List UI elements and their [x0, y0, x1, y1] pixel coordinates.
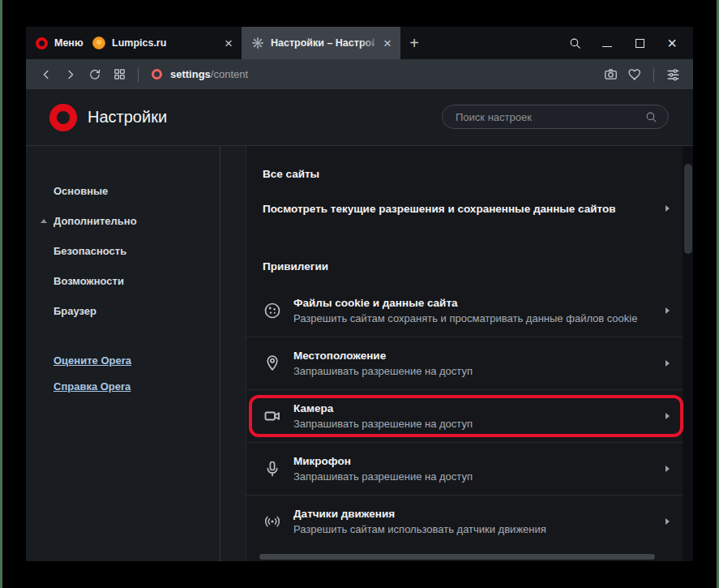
tab-search-icon[interactable]	[559, 27, 591, 59]
chevron-right-icon	[666, 466, 670, 472]
bookmark-heart-icon[interactable]	[623, 62, 647, 87]
sidebar-links: Оцените Opera Справка Opera	[26, 347, 220, 399]
reload-icon[interactable]	[83, 62, 107, 87]
close-window-button[interactable]: ×	[656, 27, 688, 59]
cookie-icon	[263, 301, 282, 320]
back-icon[interactable]	[34, 62, 58, 87]
vertical-scrollbar-track[interactable]	[683, 146, 693, 561]
section-title-privileges: Привилегии	[246, 258, 683, 276]
tab-lumpics[interactable]: Lumpics.ru ×	[83, 27, 242, 59]
tab-tiles-icon[interactable]	[107, 62, 131, 87]
microphone-icon	[263, 459, 282, 479]
sidebar-item-osnovnye[interactable]: Основные	[26, 176, 220, 206]
row-camera[interactable]: Камера Запрашивать разрешение на доступ	[246, 389, 683, 442]
opera-logo-icon	[36, 37, 48, 49]
lumpics-favicon-icon	[92, 36, 105, 49]
opera-menu-button[interactable]: Меню	[26, 27, 83, 59]
snapshot-camera-icon[interactable]	[598, 62, 623, 87]
maximize-button[interactable]	[623, 27, 656, 59]
forward-icon[interactable]	[58, 62, 83, 87]
tab-bar: Меню Lumpics.ru × Настройки – Настройк	[26, 27, 693, 59]
address-bar-actions	[598, 62, 685, 87]
minimize-button[interactable]	[591, 27, 623, 59]
content-panel: Все сайты Посмотреть текущие разрешения …	[246, 146, 683, 561]
section-title-all-sites: Все сайты	[246, 165, 683, 183]
opera-help-link[interactable]: Справка Opera	[26, 373, 220, 399]
url-text[interactable]: settings/content	[170, 68, 248, 80]
sidebar: Основные Дополнительно Безопасность Возм…	[26, 146, 220, 561]
site-badge-opera-icon	[152, 69, 162, 79]
sidebar-item-bezopasnost[interactable]: Безопасность	[26, 236, 220, 266]
screenshot-edge-artifact	[0, 0, 2, 588]
sidebar-item-dopolnitelno[interactable]: Дополнительно	[26, 206, 220, 236]
gear-icon	[251, 36, 264, 49]
tab-close-icon[interactable]: ×	[381, 36, 394, 50]
row-cookies[interactable]: Файлы cookie и данные сайта Разрешить са…	[246, 284, 683, 337]
tab-label: Настройки – Настройки са	[271, 37, 374, 49]
tab-settings[interactable]: Настройки – Настройки са ×	[242, 27, 400, 59]
row-location[interactable]: Местоположение Запрашивать разрешение на…	[246, 337, 683, 389]
search-icon	[644, 110, 658, 124]
divider	[653, 67, 654, 82]
row-motion-sensors[interactable]: Датчики движения Разрешить сайтам исполь…	[246, 495, 683, 547]
settings-search-input[interactable]	[456, 111, 644, 123]
collapse-triangle-icon	[41, 219, 47, 223]
sidebar-item-vozmozhnosti[interactable]: Возможности	[26, 266, 220, 296]
easy-setup-sliders-icon[interactable]	[661, 62, 685, 87]
settings-search-box[interactable]	[442, 105, 669, 129]
row-microphone[interactable]: Микрофон Запрашивать разрешение на досту…	[246, 442, 683, 495]
settings-body: Основные Дополнительно Безопасность Возм…	[26, 146, 693, 561]
divider	[138, 67, 139, 82]
location-pin-icon	[263, 354, 282, 373]
chevron-right-icon	[666, 307, 670, 314]
vertical-scrollbar-thumb[interactable]	[684, 164, 692, 254]
settings-header: Настройки	[26, 89, 693, 146]
window-controls: ×	[559, 27, 693, 59]
chevron-right-icon	[666, 518, 670, 525]
opera-logo-icon	[49, 104, 77, 131]
chevron-right-icon	[666, 205, 670, 212]
view-permissions-row[interactable]: Посмотреть текущие разрешения и сохранен…	[246, 183, 683, 234]
video-camera-icon	[263, 406, 282, 426]
address-bar: settings/content	[26, 59, 693, 89]
new-tab-button[interactable]: +	[400, 27, 428, 59]
rate-opera-link[interactable]: Оцените Opera	[26, 347, 220, 373]
chevron-right-icon	[666, 413, 670, 419]
sidebar-divider	[220, 146, 220, 561]
page-title: Настройки	[88, 108, 167, 127]
permission-rows: Файлы cookie и данные сайта Разрешить са…	[246, 284, 683, 547]
tab-close-icon[interactable]: ×	[222, 36, 235, 50]
menu-label: Меню	[54, 37, 83, 49]
sidebar-item-brauzer[interactable]: Браузер	[26, 296, 220, 326]
horizontal-scrollbar-thumb[interactable]	[259, 554, 655, 560]
chevron-right-icon	[666, 360, 670, 367]
tab-label: Lumpics.ru	[112, 37, 216, 49]
motion-sensors-icon	[263, 512, 282, 531]
tab-label-fade	[360, 27, 381, 59]
opera-browser-window: Меню Lumpics.ru × Настройки – Настройк	[26, 27, 693, 561]
